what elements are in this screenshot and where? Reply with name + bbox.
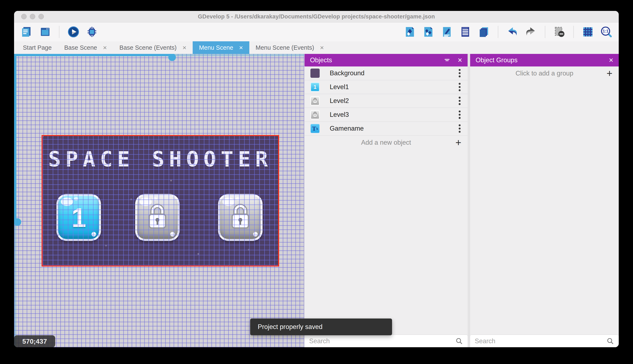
panel-divider[interactable] [468, 54, 470, 347]
object-groups-panel-title: Object Groups [476, 56, 518, 64]
close-tab-icon[interactable]: × [239, 44, 243, 51]
zoom-1-1-icon: 1:1 [600, 26, 612, 38]
object-row-level1[interactable]: 1 Level1 [304, 80, 468, 94]
vertical-scrollbar[interactable] [14, 54, 16, 222]
tab-base-scene[interactable]: Base Scene × [58, 41, 113, 54]
tab-menu-scene-events[interactable]: Menu Scene (Events) × [249, 41, 330, 54]
tab-start-page[interactable]: Start Page [17, 41, 58, 54]
redo-button[interactable] [525, 26, 537, 38]
remove-instances-icon [553, 26, 565, 38]
toolbar-divider [573, 26, 574, 38]
level3-button-instance[interactable] [218, 194, 262, 241]
object-row-level3[interactable]: Level3 [304, 108, 468, 122]
editor-content: SPACE SHOOTER 1 [14, 54, 619, 347]
groups-search-bar [470, 334, 619, 347]
main-toolbar: 1:1 [14, 22, 619, 41]
tab-label: Base Scene (Events) [119, 44, 176, 51]
padlock-icon [220, 196, 261, 239]
tab-menu-scene[interactable]: Menu Scene × [193, 41, 249, 54]
zoom-1-1-button[interactable]: 1:1 [600, 26, 612, 38]
object-menu-button[interactable] [455, 81, 464, 93]
level1-button-instance[interactable]: 1 [57, 194, 101, 241]
objects-panel-header: Objects × [304, 54, 468, 66]
debug-chip-icon [86, 26, 98, 38]
filter-objects-button[interactable] [444, 56, 451, 64]
horizontal-scrollbar[interactable] [14, 54, 172, 56]
add-group-row[interactable]: Click to add a group + [470, 66, 619, 80]
toast-message: Project properly saved [258, 323, 322, 331]
add-object-label: Add a new object [361, 139, 411, 146]
toolbar-divider [545, 26, 545, 38]
objects-panel-title: Objects [310, 56, 332, 64]
object-row-level2[interactable]: Level2 [304, 94, 468, 108]
level2-button-instance[interactable] [135, 194, 180, 241]
layers-panel-icon [478, 26, 490, 38]
tab-label: Menu Scene [199, 44, 233, 51]
zoom-window-button[interactable] [39, 14, 44, 19]
star-decorations [43, 136, 44, 137]
open-properties-panel-button[interactable] [441, 26, 453, 38]
background-instance-selected[interactable]: SPACE SHOOTER 1 [42, 135, 279, 266]
vertical-scrollbar-track[interactable] [14, 222, 16, 347]
add-object-row[interactable]: Add a new object + [304, 136, 468, 150]
object-name: Level1 [330, 83, 349, 91]
object-menu-button[interactable] [455, 109, 464, 120]
toolbar-divider [498, 26, 498, 38]
padlock-icon [137, 196, 178, 239]
play-icon [67, 26, 80, 38]
add-icon[interactable]: + [455, 138, 461, 148]
close-tab-icon[interactable]: × [183, 44, 187, 51]
redo-icon [525, 26, 537, 38]
close-tab-icon[interactable]: × [103, 44, 107, 51]
undo-button[interactable] [506, 26, 518, 38]
add-icon[interactable]: + [606, 68, 612, 78]
open-objects-panel-button[interactable] [404, 26, 416, 38]
level-number: 1 [58, 196, 99, 239]
objects-search-bar [304, 334, 468, 347]
scene-canvas[interactable]: SPACE SHOOTER 1 [14, 54, 304, 347]
objects-search-input[interactable] [304, 335, 468, 347]
object-menu-button[interactable] [455, 67, 464, 79]
object-menu-button[interactable] [455, 95, 464, 107]
game-title-text[interactable]: SPACE SHOOTER [43, 147, 278, 172]
close-object-groups-panel-button[interactable]: × [609, 56, 613, 64]
vertical-scroll-thumb[interactable] [14, 218, 21, 226]
horizontal-scrollbar-track[interactable] [172, 54, 304, 56]
instances-list-icon [459, 26, 471, 38]
open-instances-list-button[interactable] [459, 26, 471, 38]
open-layers-panel-button[interactable] [478, 26, 490, 38]
object-name: Background [330, 70, 364, 77]
open-object-groups-panel-button[interactable] [422, 26, 434, 38]
horizontal-scroll-thumb[interactable] [168, 54, 176, 61]
gamename-thumbnail: Tx [310, 124, 320, 133]
project-manager-button[interactable] [20, 26, 33, 38]
tab-base-scene-events[interactable]: Base Scene (Events) × [113, 41, 193, 54]
object-name: Level3 [330, 111, 349, 118]
search-icon [606, 337, 614, 346]
groups-search-input[interactable] [470, 335, 619, 347]
save-toast: Project properly saved [250, 318, 392, 335]
tab-label: Menu Scene (Events) [256, 44, 314, 51]
close-objects-panel-button[interactable]: × [458, 56, 462, 64]
preview-play-button[interactable] [67, 26, 80, 38]
debugger-button[interactable] [86, 26, 98, 38]
close-tab-icon[interactable]: × [320, 44, 324, 51]
grid-icon [582, 26, 594, 38]
object-row-background[interactable]: Background [304, 66, 468, 80]
open-scene-button[interactable] [39, 26, 51, 38]
toolbar-divider [59, 26, 59, 38]
gdevelop-window: GDevelop 5 - /Users/dkarakay/Documents/G… [14, 11, 619, 347]
close-window-button[interactable] [21, 14, 27, 19]
toolbar-left-group [20, 26, 98, 38]
search-icon [455, 337, 463, 346]
object-row-gamename[interactable]: Tx Gamename [304, 122, 468, 136]
svg-text:1:1: 1:1 [602, 29, 608, 33]
scene-window-icon [39, 26, 51, 38]
object-menu-button[interactable] [455, 123, 464, 134]
remove-instances-button[interactable] [553, 26, 565, 38]
level2-thumbnail [310, 96, 320, 106]
minimize-window-button[interactable] [30, 14, 35, 19]
window-titlebar: GDevelop 5 - /Users/dkarakay/Documents/G… [14, 11, 619, 22]
object-name: Gamename [330, 125, 364, 132]
toggle-grid-button[interactable] [582, 26, 594, 38]
